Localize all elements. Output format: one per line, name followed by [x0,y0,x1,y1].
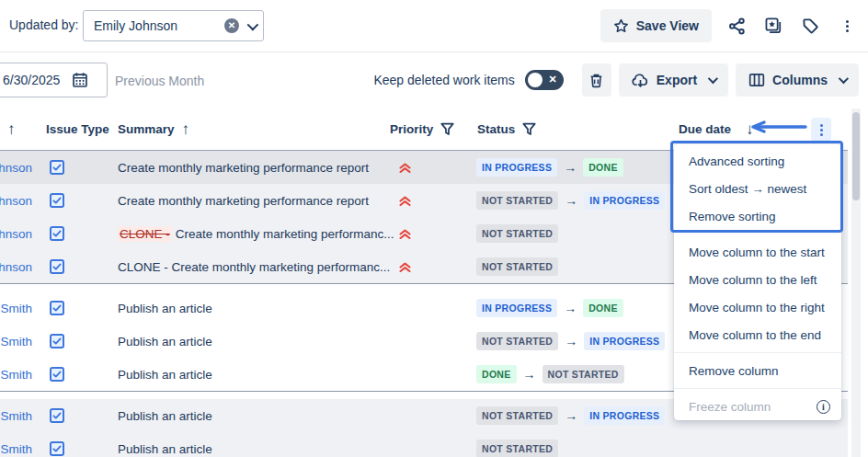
issue-type-cell [50,408,64,423]
column-header-summary[interactable]: Summary ↑ [118,109,189,150]
summary-cell[interactable]: Publish an article [118,399,407,432]
summary-cell[interactable]: Publish an article [118,291,407,325]
summary-text: Create monthly marketing performance rep… [118,194,369,208]
task-checkbox-icon [50,160,64,175]
task-checkbox-icon [50,367,64,382]
updated-by-cell: Johnson [0,184,32,217]
menu-item-move-column-to-the-right[interactable]: Move column to the right [674,293,841,321]
menu-item-move-column-to-the-end[interactable]: Move column to the end [674,321,841,348]
issue-type-cell [50,259,64,274]
summary-cell[interactable]: CLONE - Create monthly marketing perform… [118,250,407,283]
summary-cell[interactable]: Create monthly marketing performance rep… [118,184,407,217]
menu-item-move-column-to-the-start[interactable]: Move column to the start [674,238,841,266]
status-badge-from: NOT STARTED [476,440,558,457]
updated-by-link[interactable]: Johnson [0,194,32,208]
status-badge-from: NOT STARTED [476,257,558,276]
task-checkbox-icon [50,408,64,423]
vertical-scrollbar[interactable] [851,109,861,457]
summary-text: Publish an article [118,368,212,382]
keep-deleted-toggle[interactable]: ✕ [525,70,564,90]
export-label: Export [657,73,697,87]
menu-divider [674,352,841,353]
due-date-column-menu-button[interactable] [811,118,831,142]
priority-highest-icon [398,260,412,274]
date-input[interactable]: 6/30/2025 [0,63,108,97]
tag-button[interactable] [798,14,822,38]
updated-by-cell: Smith [0,325,32,358]
export-button[interactable]: Export [619,63,728,97]
summary-text: Publish an article [118,409,212,423]
status-transition-arrow-icon: → [564,301,577,315]
column-header-issue-type[interactable]: Issue Type [46,109,109,150]
filter-icon[interactable] [522,122,536,136]
summary-cell[interactable]: Create monthly marketing performance rep… [118,151,407,184]
clear-filter-icon[interactable]: ✕ [224,18,239,33]
status-cell: DONE→NOT STARTED [476,358,624,391]
updated-by-link[interactable]: Smith [0,409,32,423]
more-actions-button[interactable] [835,14,859,38]
saved-views-icon [764,17,782,35]
summary-cell[interactable]: CLONE - Create monthly marketing perform… [118,217,407,250]
status-transition-arrow-icon: → [565,408,577,423]
updated-by-link[interactable]: Johnson [0,161,32,175]
toggle-knob [528,73,542,87]
status-transition-arrow-icon: → [564,160,577,175]
menu-item-remove-column[interactable]: Remove column [674,357,841,384]
save-view-button[interactable]: Save View [600,9,712,42]
issue-type-cell [50,334,64,348]
updated-by-link[interactable]: Johnson [0,260,32,274]
menu-item-move-column-to-the-left[interactable]: Move column to the left [674,266,841,293]
chevron-down-icon [247,18,259,30]
updated-by-link[interactable]: Smith [0,442,32,456]
summary-cell[interactable]: Publish an article [118,432,407,457]
updated-by-cell: Smith [0,399,32,432]
updated-by-link[interactable]: Smith [0,368,32,382]
priority-highest-icon [398,161,412,175]
filter-icon[interactable] [440,122,454,136]
priority-cell [398,227,412,245]
updated-by-link[interactable]: Johnson [0,227,32,241]
updated-by-value: Emily Johnson [94,18,224,33]
table-row[interactable]: SmithPublish an articleNOT STARTED [0,432,848,457]
scrollbar-thumb[interactable] [852,112,860,200]
sort-desc-icon: ↓ [746,121,754,137]
menu-item-remove-sorting[interactable]: Remove sorting [674,202,841,230]
menu-item-advanced-sorting[interactable]: Advanced sorting [674,147,841,175]
status-cell: NOT STARTED→IN PROGRESS [476,184,665,217]
updated-by-select[interactable]: Emily Johnson ✕ [83,10,264,41]
date-value: 6/30/2025 [3,73,60,87]
sort-asc-icon: ↑ [7,121,16,137]
status-transition-arrow-icon: → [565,334,577,348]
delete-button[interactable] [582,63,611,97]
column-header-priority[interactable]: Priority [390,109,454,150]
status-badge-to: IN PROGRESS [584,191,665,210]
menu-item-sort-oldest-newest[interactable]: Sort oldest → newest [674,175,841,202]
column-header-first-sort[interactable]: ↑ [7,109,16,150]
updated-by-link[interactable]: Smith [0,302,32,315]
top-toolbar: Updated by: Emily Johnson ✕ Save View [0,0,868,52]
status-badge-from: DONE [476,365,517,383]
column-header-status[interactable]: Status [477,109,536,150]
issue-type-cell [50,367,64,382]
columns-label: Columns [772,73,828,87]
calendar-icon[interactable] [72,72,88,88]
updated-by-link[interactable]: Smith [0,335,32,348]
sort-asc-icon: ↑ [182,121,190,137]
info-icon[interactable]: i [817,400,830,414]
status-cell: NOT STARTED→IN PROGRESS [476,399,665,432]
toggle-off-x-icon: ✕ [549,74,557,86]
summary-cell[interactable]: Publish an article [118,358,407,391]
status-badge-from: NOT STARTED [476,191,558,210]
columns-button[interactable]: Columns [736,63,859,97]
work-items-view: Updated by: Emily Johnson ✕ Save View [0,0,868,457]
status-badge-from: NOT STARTED [476,332,558,350]
summary-cell[interactable]: Publish an article [118,325,407,358]
saved-views-button[interactable] [761,14,785,38]
share-button[interactable] [725,14,748,38]
status-transition-arrow-icon: → [565,193,577,208]
status-cell: NOT STARTED [476,250,558,283]
chevron-down-icon [708,74,718,84]
task-checkbox-icon [50,334,64,348]
status-cell: NOT STARTED [476,432,558,457]
trash-icon [588,73,604,88]
